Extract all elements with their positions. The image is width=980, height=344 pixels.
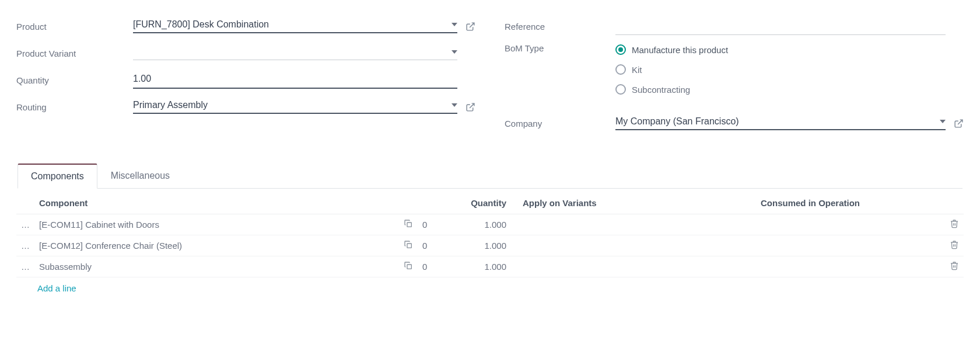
product-variant-value-wrap xyxy=(133,47,475,60)
svg-line-1 xyxy=(470,103,474,108)
cell-component: Subassembly xyxy=(34,256,399,277)
product-dropdown[interactable]: [FURN_7800] Desk Combination xyxy=(133,19,457,33)
trash-icon[interactable] xyxy=(950,261,959,270)
routing-value-wrap: Primary Assembly xyxy=(133,100,475,114)
form-left-column: Product [FURN_7800] Desk Combination Pro… xyxy=(16,16,475,140)
cell-quantity: 1.000 xyxy=(435,214,511,235)
cell-quantity: 1.000 xyxy=(435,235,511,256)
reference-row: Reference xyxy=(505,16,964,36)
drag-handle-icon[interactable]: … xyxy=(16,214,34,235)
col-component: Component xyxy=(34,192,399,214)
chevron-down-icon xyxy=(452,23,457,26)
drag-handle-icon[interactable]: … xyxy=(16,235,34,256)
table-row[interactable]: … [E-COM11] Cabinet with Doors 0 1.000 xyxy=(16,214,964,235)
trash-icon[interactable] xyxy=(950,219,959,228)
cell-apply-variants xyxy=(511,214,756,235)
cell-component: [E-COM11] Cabinet with Doors xyxy=(34,214,399,235)
cell-quantity: 1.000 xyxy=(435,256,511,277)
quantity-row: Quantity xyxy=(16,70,475,90)
routing-row: Routing Primary Assembly xyxy=(16,97,475,117)
svg-rect-4 xyxy=(407,244,411,248)
copy-icon[interactable] xyxy=(404,219,413,228)
bom-type-row: BoM Type Manufacture this product Kit Su… xyxy=(505,43,964,95)
form-right-column: Reference BoM Type Manufacture this prod… xyxy=(505,16,964,140)
quantity-input[interactable] xyxy=(133,71,457,89)
col-consumed: Consumed in Operation xyxy=(756,192,943,214)
form-top: Product [FURN_7800] Desk Combination Pro… xyxy=(16,16,964,140)
radio-icon xyxy=(615,44,626,55)
bom-type-option-manufacture[interactable]: Manufacture this product xyxy=(615,44,728,55)
product-row: Product [FURN_7800] Desk Combination xyxy=(16,16,475,36)
routing-label: Routing xyxy=(16,102,133,112)
product-variant-value xyxy=(133,47,448,57)
product-value-wrap: [FURN_7800] Desk Combination xyxy=(133,19,475,33)
company-value-wrap: My Company (San Francisco) xyxy=(615,116,964,130)
quantity-label: Quantity xyxy=(16,75,133,85)
external-link-icon[interactable] xyxy=(954,119,964,128)
quantity-value-wrap xyxy=(133,71,475,89)
tab-miscellaneous[interactable]: Miscellaneous xyxy=(97,164,183,189)
table-row[interactable]: … Subassembly 0 1.000 xyxy=(16,256,964,277)
product-variant-label: Product Variant xyxy=(16,48,133,58)
company-label: Company xyxy=(505,119,615,128)
product-variant-row: Product Variant xyxy=(16,43,475,63)
bom-type-option-label: Manufacture this product xyxy=(632,45,728,55)
reference-label: Reference xyxy=(505,22,615,32)
drag-handle-icon[interactable]: … xyxy=(16,256,34,277)
reference-value-wrap xyxy=(615,18,964,35)
copy-icon[interactable] xyxy=(404,240,413,249)
bom-type-option-label: Kit xyxy=(632,65,642,75)
product-variant-dropdown[interactable] xyxy=(133,47,457,60)
tabs: Components Miscellaneous xyxy=(18,164,963,189)
cell-apply-variants xyxy=(511,235,756,256)
copy-icon[interactable] xyxy=(404,261,413,270)
bom-type-label: BoM Type xyxy=(505,43,615,53)
cell-consumed xyxy=(756,256,943,277)
product-value: [FURN_7800] Desk Combination xyxy=(133,19,448,30)
cell-component: [E-COM12] Conference Chair (Steel) xyxy=(34,235,399,256)
routing-dropdown[interactable]: Primary Assembly xyxy=(133,100,457,114)
cell-count: 0 xyxy=(418,256,435,277)
col-apply-variants: Apply on Variants xyxy=(511,192,756,214)
table-row[interactable]: … [E-COM12] Conference Chair (Steel) 0 1… xyxy=(16,235,964,256)
bom-type-option-label: Subcontracting xyxy=(632,85,690,95)
product-label: Product xyxy=(16,22,133,32)
components-table: Component Quantity Apply on Variants Con… xyxy=(16,192,964,277)
tab-components[interactable]: Components xyxy=(18,164,97,189)
routing-value: Primary Assembly xyxy=(133,100,448,110)
chevron-down-icon xyxy=(452,50,457,54)
trash-icon[interactable] xyxy=(950,240,959,249)
cell-count: 0 xyxy=(418,214,435,235)
reference-input[interactable] xyxy=(615,18,946,35)
svg-rect-3 xyxy=(407,223,411,227)
cell-apply-variants xyxy=(511,256,756,277)
radio-icon xyxy=(615,84,626,95)
company-dropdown[interactable]: My Company (San Francisco) xyxy=(615,116,946,130)
svg-line-0 xyxy=(470,23,474,27)
add-line-button[interactable]: Add a line xyxy=(16,277,964,296)
chevron-down-icon xyxy=(940,120,946,123)
svg-rect-5 xyxy=(407,265,411,269)
cell-count: 0 xyxy=(418,235,435,256)
external-link-icon[interactable] xyxy=(466,22,475,32)
company-value: My Company (San Francisco) xyxy=(615,116,936,127)
cell-consumed xyxy=(756,214,943,235)
company-row: Company My Company (San Francisco) xyxy=(505,113,964,133)
bom-type-radio-group: Manufacture this product Kit Subcontract… xyxy=(615,43,728,95)
svg-line-2 xyxy=(958,120,963,124)
bom-type-option-subcontracting[interactable]: Subcontracting xyxy=(615,84,728,95)
bom-type-option-kit[interactable]: Kit xyxy=(615,64,728,75)
chevron-down-icon xyxy=(452,103,457,107)
cell-consumed xyxy=(756,235,943,256)
col-quantity: Quantity xyxy=(435,192,511,214)
external-link-icon[interactable] xyxy=(466,102,475,112)
radio-icon xyxy=(615,64,626,75)
